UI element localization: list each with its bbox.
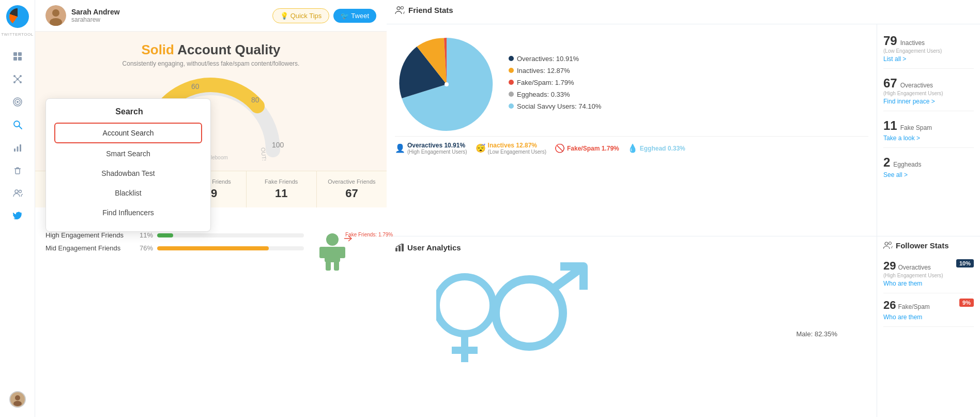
- svg-rect-21: [16, 169, 20, 174]
- follower-overactives-pct: 10%: [956, 259, 974, 267]
- legend-fakespam: Fake/Spam: 1.79%: [509, 79, 868, 86]
- fakespam-number: 11: [883, 118, 897, 133]
- friend-stats-title-text: Friend Stats: [408, 6, 453, 14]
- user-handle: saraharew: [71, 16, 120, 23]
- friend-pct-mid: 76%: [132, 244, 153, 252]
- friends-section: Friends Characteristics High Engagement …: [35, 207, 387, 417]
- search-heading: Search: [54, 107, 202, 116]
- fakespam-icon: 🚫: [555, 143, 565, 153]
- top-panel: Sarah Andrew saraharew 💡 Quick Tips 🐦 Tw…: [35, 0, 980, 417]
- svg-point-26: [15, 190, 18, 193]
- svg-text:80: 80: [251, 96, 259, 104]
- pie-chart: [395, 33, 498, 136]
- progress-bg-mid: [157, 246, 304, 250]
- arrow-icon: [344, 233, 355, 244]
- follower-fakespam-link[interactable]: Who are them: [883, 314, 922, 321]
- svg-point-29: [15, 395, 20, 400]
- svg-rect-44: [319, 247, 327, 258]
- tips-label: Quick Tips: [290, 12, 322, 20]
- overactives-number: 67: [883, 76, 897, 91]
- svg-rect-2: [13, 57, 17, 61]
- quick-tips-button[interactable]: 💡 Quick Tips: [272, 8, 330, 23]
- right-stat-inactives: 79 Inactives (Low Engagement Users) List…: [883, 28, 974, 69]
- svg-point-50: [401, 7, 404, 9]
- header-actions: 💡 Quick Tips 🐦 Tweet: [272, 8, 376, 23]
- legend-label-overactives: Overactives: 10.91%: [517, 55, 579, 63]
- svg-point-61: [889, 242, 892, 245]
- follower-overactives-link[interactable]: Who are them: [883, 280, 922, 287]
- svg-rect-53: [399, 246, 401, 251]
- svg-text:100: 100: [272, 141, 284, 149]
- follower-stats-title: Follower Stats: [883, 241, 974, 250]
- svg-point-32: [52, 9, 59, 17]
- right-area: Friend Stats: [387, 0, 980, 417]
- fakespam-link[interactable]: Take a look >: [883, 135, 920, 142]
- quality-section: Solid Account Quality Consistently engag…: [35, 32, 387, 171]
- inactives-sub: (Low Engagement Users): [488, 149, 546, 155]
- fake-friends-figure: Fake Friends: 1.79%: [314, 231, 376, 273]
- search-item-blacklist[interactable]: Blacklist: [54, 184, 202, 202]
- stat-label-fake: Fake Friends: [255, 178, 308, 185]
- svg-line-11: [14, 79, 18, 82]
- overactives-label: Overactives: [900, 82, 933, 89]
- stat-value-fake: 11: [255, 187, 308, 200]
- eggheads-link[interactable]: See all >: [883, 171, 908, 178]
- svg-line-10: [18, 76, 21, 79]
- overactives-sub: (High Engagement Users): [407, 149, 467, 155]
- svg-line-12: [18, 79, 21, 82]
- sidebar-icon-trash[interactable]: [8, 161, 27, 180]
- svg-point-16: [14, 121, 20, 127]
- user-name: Sarah Andrew: [71, 8, 120, 16]
- friend-stats-icon: [395, 5, 405, 14]
- quality-title-bold: Solid: [141, 42, 174, 57]
- analytics-icon: [395, 243, 404, 252]
- search-item-shadowban[interactable]: Shadowban Test: [54, 164, 202, 183]
- svg-point-58: [496, 279, 563, 347]
- sidebar-icon-users[interactable]: [8, 184, 27, 202]
- sidebar-icon-search[interactable]: [8, 115, 27, 134]
- friend-pct-high: 11%: [132, 231, 153, 239]
- inactives-link[interactable]: List all >: [883, 55, 906, 63]
- follower-fakespam-number: 26: [883, 299, 896, 312]
- sidebar-icon-target[interactable]: [8, 93, 27, 111]
- stat-label-overactive: Overactive Friends: [325, 178, 378, 185]
- left-area: Sarah Andrew saraharew 💡 Quick Tips 🐦 Tw…: [35, 0, 387, 417]
- sidebar-icon-twitter[interactable]: [8, 206, 27, 225]
- legend-label-eggheads: Eggheads: 0.33%: [517, 91, 570, 98]
- bottom-label-egghead: 💧 Egghead 0.33%: [627, 142, 685, 155]
- svg-rect-20: [20, 144, 21, 152]
- svg-point-51: [445, 82, 449, 86]
- svg-rect-1: [18, 52, 22, 56]
- follower-stats: Follower Stats 29 Overactives (High Enga…: [877, 236, 980, 417]
- inactives-number: 79: [883, 34, 897, 48]
- svg-line-17: [19, 126, 22, 129]
- friend-label-mid: Mid Engagement Friends: [45, 244, 128, 252]
- male-label: Male: 82.35%: [797, 330, 838, 337]
- follower-overactives-label: Overactives: [898, 264, 930, 271]
- legend-dot-social-savvy: [509, 103, 514, 109]
- sidebar: TWITTERTOOL: [0, 0, 35, 417]
- svg-point-49: [397, 7, 400, 10]
- search-item-smart[interactable]: Smart Search: [54, 144, 202, 163]
- main-content: Sarah Andrew saraharew 💡 Quick Tips 🐦 Tw…: [35, 0, 980, 417]
- search-item-account[interactable]: Account Search: [54, 123, 202, 143]
- legend-overactives: Overactives: 10.91%: [509, 55, 868, 63]
- friend-stats-title: Friend Stats: [395, 5, 972, 14]
- app-logo[interactable]: [6, 5, 29, 28]
- overactives-link[interactable]: Find inner peace >: [883, 98, 935, 105]
- search-item-influencers[interactable]: Find Influencers: [54, 203, 202, 222]
- friend-row-mid: Mid Engagement Friends 76%: [45, 244, 304, 252]
- bottom-area: User Analytics: [387, 236, 980, 417]
- sidebar-icon-grid[interactable]: [8, 47, 27, 66]
- pie-container: Overactives: 10.91% Inactives: 12.87% Fa…: [395, 33, 868, 136]
- fakespam-label: Fake Spam: [900, 124, 932, 131]
- sidebar-icon-network[interactable]: [8, 70, 27, 88]
- legend-eggheads: Eggheads: 0.33%: [509, 91, 868, 98]
- svg-rect-52: [395, 248, 397, 251]
- bottom-label-inactives: 😴 Inactives 12.87% (Low Engagement Users…: [476, 142, 546, 155]
- user-avatar-sidebar[interactable]: [9, 391, 26, 408]
- svg-rect-3: [18, 57, 22, 61]
- twitter-icon-small: 🐦: [341, 12, 349, 20]
- sidebar-icon-analytics[interactable]: [8, 138, 27, 157]
- tweet-button[interactable]: 🐦 Tweet: [333, 9, 376, 23]
